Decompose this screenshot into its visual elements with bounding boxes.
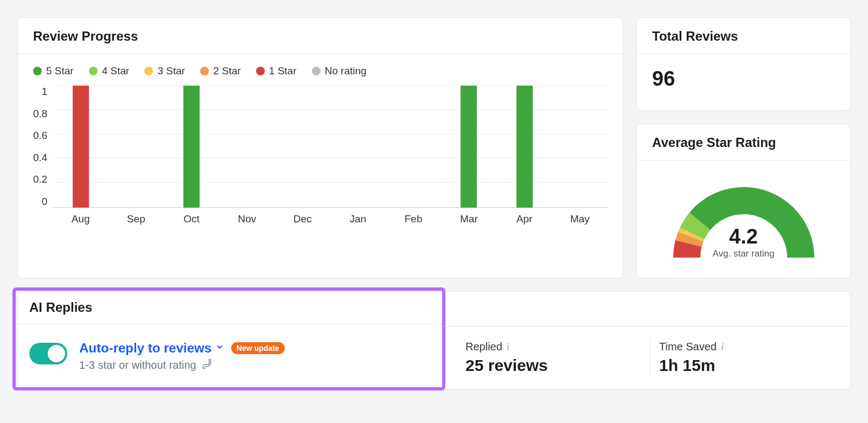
x-tick: Apr [496, 213, 552, 225]
avg-rating-title: Average Star Rating [652, 135, 835, 150]
chart-area: 10.80.60.40.20 AugSepOctNovDecJanFebMarA… [18, 84, 623, 242]
gauge-sub: Avg. star rating [662, 248, 825, 259]
time-saved-label: Time Saved [659, 341, 717, 353]
legend-item[interactable]: 1 Star [256, 65, 297, 77]
plot [53, 86, 608, 208]
legend-label: 1 Star [269, 65, 297, 77]
bar[interactable] [516, 86, 533, 208]
bar-slot [386, 86, 441, 208]
bar[interactable] [461, 86, 477, 208]
divider [650, 339, 650, 377]
right-column: Total Reviews 96 Average Star Rating 4.2… [636, 17, 851, 278]
total-reviews-title: Total Reviews [652, 29, 835, 44]
stat-replied: Replied i 25 reviews [465, 341, 641, 375]
legend-dot [144, 67, 153, 75]
legend-dot [312, 67, 321, 75]
bar-slot [53, 86, 108, 208]
auto-reply-link[interactable]: Auto-reply to reviews [79, 341, 212, 356]
gauge: 4.2 Avg. star rating [637, 161, 850, 278]
legend-label: No rating [325, 65, 367, 77]
x-tick: Oct [164, 213, 219, 225]
x-tick: Aug [53, 213, 108, 225]
x-tick: May [552, 213, 608, 225]
bar-slot [441, 86, 496, 208]
total-reviews-card: Total Reviews 96 [636, 17, 851, 111]
legend-item[interactable]: 2 Star [200, 65, 241, 77]
x-tick: Dec [275, 213, 330, 225]
y-tick: 0.6 [33, 130, 47, 142]
bar[interactable] [183, 86, 200, 208]
bar-slot [164, 86, 219, 208]
ai-replies-card: AI Replies Auto-reply to reviews [17, 291, 851, 389]
card-header: Total Reviews [637, 18, 850, 54]
gauge-value: 4.2 [662, 225, 825, 248]
y-tick: 0.4 [33, 152, 47, 164]
legend-dot [89, 67, 98, 75]
bar-slot [275, 86, 330, 208]
legend-dot [200, 67, 209, 75]
legend-item[interactable]: No rating [312, 65, 367, 77]
info-icon[interactable]: i [507, 342, 509, 352]
card-header: Average Star Rating [637, 124, 850, 161]
bar-slot [108, 86, 164, 208]
info-icon[interactable]: i [721, 342, 724, 352]
y-tick: 1 [42, 86, 48, 98]
x-tick: Sep [108, 213, 164, 225]
legend-label: 5 Star [46, 65, 74, 77]
x-tick: Nov [219, 213, 275, 225]
time-saved-value: 1h 15m [659, 356, 835, 375]
legend-item[interactable]: 5 Star [33, 65, 74, 77]
review-progress-title: Review Progress [33, 29, 608, 44]
ai-replies-title: AI Replies [29, 300, 429, 315]
card-header: Review Progress [18, 18, 623, 54]
legend-item[interactable]: 3 Star [144, 65, 185, 77]
replied-label: Replied [465, 341, 502, 353]
stat-time-saved: Time Saved i 1h 15m [659, 341, 835, 375]
x-tick: Mar [441, 213, 496, 225]
y-tick: 0.8 [33, 108, 47, 120]
x-tick: Jan [330, 213, 386, 225]
auto-reply-toggle[interactable] [29, 343, 67, 364]
bar[interactable] [73, 86, 89, 208]
chart-legend: 5 Star4 Star3 Star2 Star1 StarNo rating [18, 54, 623, 84]
y-tick: 0 [42, 196, 48, 208]
bar-slot [219, 86, 275, 208]
bar-slot [552, 86, 608, 208]
new-update-badge: New update [231, 342, 285, 354]
legend-label: 4 Star [102, 65, 130, 77]
thumbs-down-icon [201, 358, 213, 373]
auto-reply-sub: 1-3 star or without rating [79, 359, 196, 371]
legend-dot [256, 67, 265, 75]
legend-item[interactable]: 4 Star [89, 65, 130, 77]
bar-slot [330, 86, 386, 208]
legend-label: 2 Star [213, 65, 241, 77]
legend-label: 3 Star [157, 65, 185, 77]
review-progress-card: Review Progress 5 Star4 Star3 Star2 Star… [17, 17, 623, 278]
replied-value: 25 reviews [465, 356, 641, 375]
x-axis: AugSepOctNovDecJanFebMarAprMay [53, 213, 608, 225]
x-tick: Feb [386, 213, 441, 225]
chevron-down-icon[interactable] [216, 343, 224, 354]
y-tick: 0.2 [33, 174, 47, 185]
y-axis: 10.80.60.40.20 [33, 86, 53, 208]
legend-dot [33, 67, 42, 75]
total-reviews-value: 96 [637, 54, 850, 110]
avg-rating-card: Average Star Rating 4.2 Avg. star rating [636, 124, 851, 278]
bar-slot [496, 86, 552, 208]
ai-highlight-region: AI Replies Auto-reply to reviews [14, 289, 444, 389]
